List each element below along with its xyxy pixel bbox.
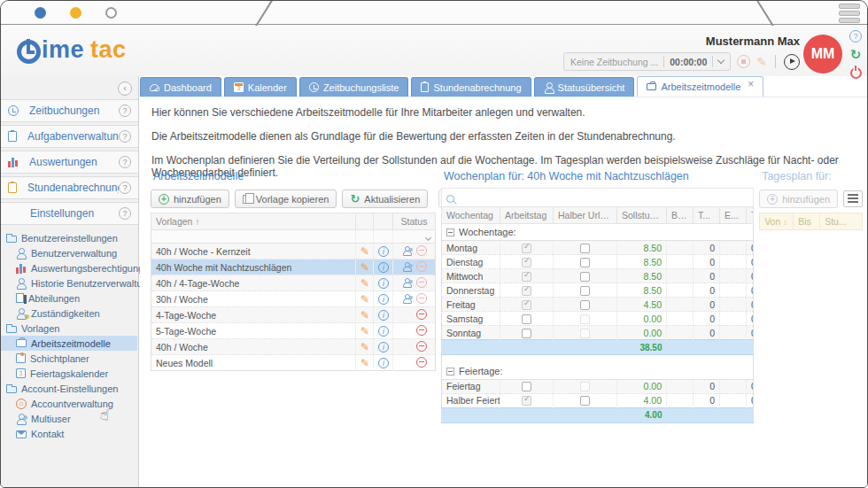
chevron-down-icon[interactable] [717, 57, 725, 64]
tree-item[interactable]: Accountverwaltung [1, 396, 137, 411]
browser-menu-icon[interactable] [839, 4, 860, 23]
half-vacation-checkbox[interactable] [580, 329, 590, 338]
weekday-row[interactable]: Samstag 0.00 0 0 [442, 312, 754, 326]
workday-checkbox[interactable] [522, 300, 531, 310]
column-header[interactable]: Be... [667, 207, 694, 224]
model-row[interactable]: 4-Tage-Woche ✎ [151, 307, 436, 323]
edit-icon[interactable]: ✎ [360, 261, 369, 274]
workday-checkbox[interactable] [522, 272, 531, 282]
deactivate-icon[interactable] [416, 357, 427, 368]
half-vacation-checkbox[interactable] [580, 272, 590, 282]
column-header-bis[interactable]: Bis [794, 213, 820, 230]
sidebar-menu-item[interactable]: Stundenabrechnung ? [1, 176, 138, 199]
start-tracking-button[interactable] [784, 54, 800, 70]
tree-item[interactable]: Account-Einstellungen [1, 381, 137, 396]
help-icon[interactable]: ? [119, 207, 131, 220]
tree-item[interactable]: Historie Benutzerverwaltung [1, 275, 137, 290]
half-vacation-checkbox[interactable] [580, 314, 590, 324]
info-icon[interactable] [378, 294, 389, 305]
column-header[interactable]: T... [694, 207, 720, 224]
group-row-holidays[interactable]: Feiertage: [442, 363, 754, 380]
workday-checkbox[interactable] [522, 329, 531, 338]
collapse-group-icon[interactable] [446, 229, 454, 236]
info-icon[interactable] [378, 246, 389, 257]
model-row[interactable]: 40h / 4-Tage-Woche ✎ [151, 275, 436, 291]
weekday-row[interactable]: Sonntag 0.00 0 0 [442, 326, 754, 340]
workday-checkbox[interactable] [522, 382, 531, 391]
tree-item[interactable]: Arbeitszeitmodelle [1, 336, 137, 351]
close-icon[interactable]: × [748, 78, 754, 90]
window-control-icon[interactable] [70, 7, 81, 19]
help-icon[interactable]: ? [119, 130, 131, 143]
weekday-row[interactable]: Mittwoch 8.50 0 0 [442, 269, 754, 283]
model-row[interactable]: 40h / Woche ✎ [151, 339, 436, 355]
chevron-down-icon[interactable] [425, 235, 431, 241]
column-header-status[interactable]: Status [393, 213, 436, 230]
window-control-icon[interactable] [105, 7, 117, 19]
sidebar-menu-item[interactable]: Zeitbuchungen ? [1, 99, 138, 122]
model-row[interactable]: 5-Tage-Woche ✎ [151, 323, 436, 339]
model-row[interactable]: Neues Modell ✎ [151, 355, 436, 371]
window-control-icon[interactable] [35, 7, 46, 19]
info-icon[interactable] [378, 326, 389, 337]
half-vacation-checkbox[interactable] [580, 382, 590, 391]
holiday-row[interactable]: Halber Feiertag 4.00 0 0 [442, 393, 754, 407]
deactivate-icon[interactable] [416, 325, 427, 336]
refresh-button[interactable]: ↻ Aktualisieren [342, 190, 428, 208]
edit-icon[interactable]: ✎ [360, 341, 369, 353]
column-header-vorlagen[interactable]: Vorlagen ↑ [151, 213, 356, 230]
tab[interactable]: Statusübersicht × [534, 77, 635, 97]
tracking-task-select[interactable]: Keine Zeitbuchung ... 00:00:00 [563, 52, 731, 71]
sidebar-menu-item[interactable]: Auswertungen ? [1, 151, 138, 174]
column-header[interactable]: Sollstunden [617, 207, 667, 224]
tab[interactable]: Kalender × [224, 77, 297, 97]
help-icon[interactable]: ? [119, 182, 131, 194]
deactivate-icon[interactable] [416, 245, 427, 256]
info-icon[interactable] [378, 278, 389, 289]
tree-item[interactable]: Vorlagen [1, 321, 137, 336]
sidebar-menu-item[interactable]: Aufgabenverwaltung ? [1, 125, 138, 148]
deactivate-icon[interactable] [416, 309, 427, 320]
model-row[interactable]: 40h / Woche - Kernzeit ✎ [151, 244, 436, 259]
workday-checkbox[interactable] [522, 258, 531, 267]
model-row[interactable]: 40h Woche mit Nachtzuschlägen ✎ [151, 259, 436, 275]
info-icon[interactable] [378, 342, 389, 352]
tree-item[interactable]: Benutzerverwaltung [1, 245, 137, 260]
half-vacation-checkbox[interactable] [580, 300, 590, 310]
tree-item[interactable]: Benutzereinstellungen [1, 230, 137, 245]
tree-item[interactable]: Zuständigkeiten [1, 306, 137, 321]
group-row-weekdays[interactable]: Wochentage: [442, 224, 754, 241]
edit-icon[interactable]: ✎ [360, 277, 369, 290]
edit-icon[interactable]: ✎ [360, 325, 369, 337]
weekday-row[interactable]: Montag 8.50 0 0 [442, 241, 754, 255]
workday-checkbox[interactable] [522, 314, 531, 324]
column-header[interactable]: Wochentag [442, 207, 500, 224]
collapse-group-icon[interactable] [446, 368, 454, 376]
tree-item[interactable]: Auswertungsberechtigungen [1, 260, 137, 275]
tree-item[interactable]: Multiuser [1, 411, 137, 426]
workday-checkbox[interactable] [522, 286, 531, 296]
info-icon[interactable] [378, 310, 389, 321]
weekday-row[interactable]: Donnerstag 8.50 0 0 [442, 283, 754, 298]
tree-item[interactable]: Abteilungen [1, 290, 137, 306]
column-header[interactable]: T... [747, 207, 754, 224]
half-vacation-checkbox[interactable] [580, 258, 590, 267]
workday-checkbox[interactable] [522, 244, 531, 253]
weekday-row[interactable]: Dienstag 8.50 0 0 [442, 255, 754, 269]
help-icon[interactable]: ? [849, 30, 862, 43]
column-header-stu[interactable]: Stu... [820, 213, 863, 230]
tree-item[interactable]: Kontakt [1, 426, 137, 441]
deactivate-icon[interactable] [416, 293, 427, 304]
tab[interactable]: Zeitbuchungsliste × [299, 77, 409, 97]
holiday-row[interactable]: Feiertag 0.00 0 0 [442, 379, 754, 393]
deactivate-icon[interactable] [416, 341, 427, 352]
copy-template-button[interactable]: Vorlage kopieren [235, 190, 337, 208]
add-button[interactable]: hinzufügen [151, 190, 229, 208]
column-header[interactable]: Halber Urlaub... [554, 207, 617, 224]
tab[interactable]: Arbeitszeitmodelle × [637, 76, 763, 97]
sidebar-menu-item[interactable]: Einstellungen ? [1, 202, 138, 225]
edit-icon[interactable]: ✎ [360, 293, 369, 306]
avatar[interactable]: MM [803, 35, 842, 74]
edit-icon[interactable]: ✎ [360, 245, 369, 258]
workday-checkbox[interactable] [522, 396, 531, 406]
